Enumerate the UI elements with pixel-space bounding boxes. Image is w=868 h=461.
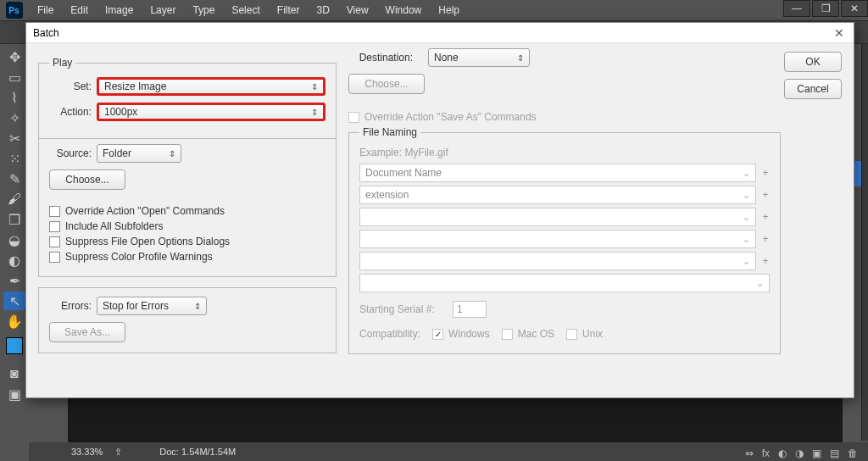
action-label: Action: (49, 106, 97, 118)
suppress-fileopen-checkbox[interactable] (49, 236, 60, 247)
menu-layer[interactable]: Layer (142, 4, 184, 16)
compat-unix-checkbox (566, 329, 577, 340)
batch-dialog: Batch ✕ Play Set: Resize Image Action: 1… (25, 22, 854, 398)
maximize-button[interactable]: ❐ (812, 0, 839, 17)
file-naming-group: File Naming Example: MyFile.gif Document… (348, 126, 781, 354)
close-button[interactable]: ✕ (841, 0, 868, 17)
marquee-tool-icon[interactable]: ▭ (3, 68, 25, 86)
plus-icon: + (761, 211, 770, 223)
example-label: Example: (359, 147, 402, 158)
set-label: Set: (49, 81, 97, 92)
gradient-tool-icon[interactable]: ◐ (3, 251, 25, 269)
file-naming-legend: File Naming (359, 126, 420, 138)
wand-tool-icon[interactable]: ✧ (3, 108, 25, 127)
menu-type[interactable]: Type (184, 4, 223, 16)
dialog-titlebar[interactable]: Batch ✕ (26, 23, 854, 43)
hand-tool-icon[interactable]: ✋ (3, 312, 25, 330)
eraser-tool-icon[interactable]: ◒ (3, 230, 25, 249)
pointer-tool-icon[interactable]: ↖ (3, 292, 25, 310)
source-label: Source: (49, 147, 97, 159)
menu-3d[interactable]: 3D (308, 4, 337, 16)
tool-palette: ✥ ▭ ⌇ ✧ ✂ ⁙ ✎ 🖌 ❒ ◒ ◐ ✒ ↖ ✋ ◙ ▣ (0, 44, 29, 441)
include-subfolders-checkbox[interactable] (49, 221, 60, 232)
compatibility-label: Compatibility: (359, 328, 420, 340)
suppress-fileopen-label: Suppress File Open Options Dialogs (65, 236, 230, 247)
menu-window[interactable]: Window (377, 4, 431, 16)
heal-tool-icon[interactable]: ✎ (3, 169, 25, 188)
override-saveas-label: Override Action "Save As" Commands (364, 111, 537, 123)
action-dropdown[interactable]: 1000px (97, 103, 326, 121)
naming-field-1: Document Name (359, 164, 756, 182)
menu-select[interactable]: Select (223, 4, 268, 16)
eyedropper-tool-icon[interactable]: ⁙ (3, 149, 25, 168)
override-open-checkbox[interactable] (49, 206, 60, 217)
naming-field-5 (359, 252, 756, 270)
menu-view[interactable]: View (338, 4, 377, 16)
save-as-button[interactable]: Save As... (49, 322, 125, 342)
quickmask-icon[interactable]: ◙ (3, 364, 25, 383)
dialog-close-icon[interactable]: ✕ (832, 26, 847, 40)
trash-icon[interactable]: 🗑 (848, 447, 858, 459)
plus-icon: + (761, 167, 770, 179)
zoom-level[interactable]: 33.33% (71, 447, 103, 457)
plus-icon: + (761, 189, 770, 201)
naming-field-2: extension (359, 186, 756, 204)
play-group: Play Set: Resize Image Action: 1000px (38, 57, 337, 139)
mask-icon[interactable]: ◐ (778, 447, 787, 459)
app-menubar: Ps File Edit Image Layer Type Select Fil… (0, 0, 868, 20)
destination-dropdown[interactable]: None (428, 48, 530, 67)
starting-serial-label: Starting Serial #: (359, 303, 453, 315)
status-bar: 33.33% ⇪ Doc: 1.54M/1.54M (29, 442, 868, 461)
set-dropdown[interactable]: Resize Image (97, 77, 326, 96)
link-icon[interactable]: ⇔ (745, 447, 754, 459)
foreground-swatch[interactable] (6, 337, 23, 354)
source-dropdown[interactable]: Folder (97, 144, 181, 163)
fx-icon[interactable]: fx (762, 447, 770, 459)
adjust-icon[interactable]: ◑ (795, 447, 804, 459)
crop-tool-icon[interactable]: ✂ (3, 129, 25, 147)
ps-logo-icon: Ps (5, 1, 24, 19)
source-choose-button[interactable]: Choose... (49, 169, 125, 190)
override-saveas-checkbox (348, 112, 359, 123)
folder-icon[interactable]: ▣ (812, 447, 821, 459)
naming-field-6 (359, 274, 770, 292)
suppress-colorprofile-label: Suppress Color Profile Warnings (65, 251, 213, 263)
suppress-colorprofile-checkbox[interactable] (49, 252, 60, 263)
minimize-button[interactable]: — (783, 0, 810, 17)
errors-group: Errors: Stop for Errors Save As... (38, 287, 337, 353)
brush-tool-icon[interactable]: 🖌 (3, 190, 25, 208)
cancel-button[interactable]: Cancel (784, 79, 842, 99)
include-subfolders-label: Include All Subfolders (65, 220, 163, 232)
errors-dropdown[interactable]: Stop for Errors (97, 297, 207, 315)
play-legend: Play (49, 57, 75, 69)
newlayer-icon[interactable]: ▤ (830, 447, 839, 459)
clone-tool-icon[interactable]: ❒ (3, 210, 25, 229)
plus-icon: + (761, 233, 770, 245)
errors-label: Errors: (49, 300, 97, 312)
source-group: Source: Folder Choose... Override Action… (38, 139, 337, 277)
document-canvas (68, 398, 843, 444)
menu-file[interactable]: File (29, 4, 62, 16)
menu-help[interactable]: Help (430, 4, 468, 16)
menu-image[interactable]: Image (97, 4, 142, 16)
dialog-title: Batch (33, 27, 59, 39)
compat-mac-checkbox (502, 329, 513, 340)
naming-field-3 (359, 208, 756, 226)
lasso-tool-icon[interactable]: ⌇ (3, 88, 25, 107)
starting-serial-input (453, 301, 487, 318)
doc-size: Doc: 1.54M/1.54M (159, 447, 236, 457)
menu-edit[interactable]: Edit (62, 4, 97, 16)
override-open-label: Override Action "Open" Commands (65, 205, 225, 217)
destination-choose-button[interactable]: Choose... (348, 74, 425, 94)
layer-highlight (854, 161, 861, 186)
example-value: MyFile.gif (404, 147, 448, 158)
destination-label: Destination: (348, 52, 420, 64)
menu-filter[interactable]: Filter (269, 4, 309, 16)
ok-button[interactable]: OK (784, 52, 842, 72)
naming-field-4 (359, 230, 756, 248)
move-tool-icon[interactable]: ✥ (3, 47, 25, 66)
share-icon[interactable]: ⇪ (114, 447, 122, 458)
screenmode-icon[interactable]: ▣ (3, 385, 25, 403)
compat-windows-label: Windows (448, 328, 490, 340)
pen-tool-icon[interactable]: ✒ (3, 271, 25, 290)
